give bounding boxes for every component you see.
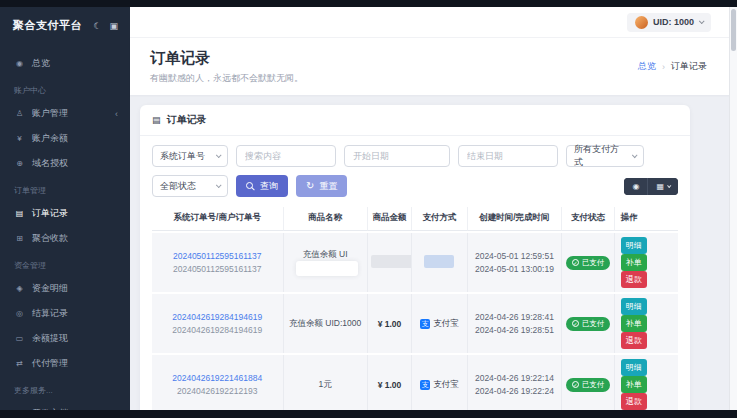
column-header: 商品金额: [368, 207, 413, 231]
redacted-patch: [296, 261, 358, 276]
status-select[interactable]: 全部状态: [152, 175, 228, 197]
sidebar: 聚合支付平台 ☾ ▣ ◉总览账户中心♙账户管理‹¥账户余额⊕域名授权订单管理▤订…: [0, 7, 130, 410]
scrollbar-thumb[interactable]: [731, 9, 736, 51]
sidebar-item-search[interactable]: ◎结算记录: [0, 301, 130, 326]
system-order-link[interactable]: 2024042619221461884: [155, 372, 280, 384]
sidebar-item-user[interactable]: ♙账户管理‹: [0, 101, 130, 126]
payment-method-cell: 支支付宝: [412, 294, 467, 353]
chevron-down-icon: [632, 152, 638, 158]
sidebar-item-label: 结算记录: [32, 307, 68, 320]
toggle-columns-button[interactable]: ◉: [624, 178, 647, 195]
order-table-body: 20240501125951611372024050112595161137充值…: [152, 233, 678, 418]
alipay-icon: 支: [420, 319, 430, 329]
column-header: 商品名称: [284, 207, 368, 231]
window-frame-top: [0, 0, 737, 7]
check-icon: ✓: [572, 381, 579, 388]
reissue-button[interactable]: 补单: [621, 376, 647, 393]
merchant-order-number: 2024042619284194619: [155, 324, 280, 336]
uid-label: UID: 1000: [653, 17, 694, 27]
yen-icon: ¥: [14, 134, 25, 143]
search-icon: [246, 182, 255, 191]
detail-button[interactable]: 明细: [621, 359, 647, 376]
product-name: 充值余额 UI: [303, 249, 348, 259]
globe-icon: ⊕: [14, 159, 25, 168]
breadcrumb-separator: ›: [662, 62, 665, 72]
sidebar-item-globe[interactable]: ⊕域名授权: [0, 151, 130, 176]
sidebar-section-header: 更多服务...: [0, 376, 130, 401]
amount-value: ¥ 1.00: [378, 319, 402, 329]
actions-cell: 明细补单退款: [615, 233, 678, 292]
search-input[interactable]: [236, 145, 336, 167]
column-header: 创建时间/完成时间: [468, 207, 563, 231]
user-menu[interactable]: UID: 1000: [627, 13, 711, 32]
order-field-select[interactable]: 系统订单号: [152, 145, 228, 167]
redacted-patch: [371, 255, 413, 268]
status-cell: ✓已支付: [562, 355, 615, 414]
app-logo: 聚合支付平台: [13, 18, 85, 33]
user-icon: ♙: [14, 109, 25, 118]
merchant-order-number: 2024050112595161137: [155, 263, 280, 275]
refund-button[interactable]: 退款: [621, 332, 647, 349]
chevron-down-icon: [216, 152, 222, 158]
reissue-button[interactable]: 补单: [621, 254, 647, 271]
start-date-input[interactable]: [344, 145, 450, 167]
avatar: [635, 16, 648, 29]
transfer-icon: ⇄: [14, 359, 25, 368]
sidebar-item-label: 账户管理: [32, 107, 68, 120]
column-header: 支付方式: [412, 207, 467, 231]
order-table-wrapper: 系统订单号/商户订单号商品名称商品金额支付方式创建时间/完成时间支付状态操作 2…: [152, 205, 678, 418]
breadcrumb-root[interactable]: 总览: [638, 60, 656, 73]
actions-cell: 明细补单退款: [615, 294, 678, 353]
page-subtitle: 有幽默感的人，永远都不会默默无闻。: [150, 72, 303, 85]
order-numbers-cell: 20240426192841946192024042619284194619: [152, 294, 284, 353]
completed-time: 2024-04-26 19:28:51: [471, 324, 559, 337]
refund-button[interactable]: 退款: [621, 271, 647, 288]
detail-button[interactable]: 明细: [621, 237, 647, 254]
system-order-link[interactable]: 2024042619284194619: [155, 311, 280, 323]
reissue-button[interactable]: 补单: [621, 315, 647, 332]
status-cell: ✓已支付: [562, 294, 615, 353]
sidebar-item-dashboard[interactable]: ◉总览: [0, 51, 130, 76]
shield-icon[interactable]: ▣: [109, 21, 118, 31]
sidebar-item-list[interactable]: ▤订单记录: [0, 201, 130, 226]
check-icon: ✓: [572, 320, 579, 327]
payment-method: 支支付宝: [415, 318, 463, 330]
sidebar-item-pencil[interactable]: ✎开发文档: [0, 401, 130, 410]
end-date-input[interactable]: [458, 145, 558, 167]
sidebar-item-grid[interactable]: ⊞聚合收款: [0, 226, 130, 251]
search-icon: ◎: [14, 309, 25, 318]
sidebar-item-label: 账户余额: [32, 132, 68, 145]
payment-label: 支付宝: [433, 379, 459, 391]
column-header: 支付状态: [562, 207, 615, 231]
diamond-icon: ◈: [14, 284, 25, 293]
eye-icon: ◉: [632, 182, 639, 191]
sidebar-item-card[interactable]: ▭余额提现: [0, 326, 130, 351]
table-layout-button[interactable]: ▦: [647, 178, 678, 195]
chevron-down-icon: [699, 18, 705, 24]
amount-cell: ¥ 1.00: [368, 294, 413, 353]
reset-button[interactable]: ↻ 重置: [296, 175, 347, 197]
payment-method-cell: [412, 233, 467, 292]
system-order-link[interactable]: 2024050112595161137: [155, 250, 280, 262]
moon-icon[interactable]: ☾: [93, 21, 101, 31]
table-row: 20240426192841946192024042619284194619充值…: [152, 294, 678, 353]
payment-method-select[interactable]: 所有支付方式: [566, 145, 644, 167]
sidebar-section-header: 账户中心: [0, 76, 130, 101]
sidebar-item-diamond[interactable]: ◈资金明细: [0, 276, 130, 301]
detail-button[interactable]: 明细: [621, 298, 647, 315]
content: ▤ 订单记录 系统订单号 所有支付方式 全部状态: [130, 95, 737, 418]
alipay-icon: 支: [420, 380, 430, 390]
query-button[interactable]: 查询: [236, 175, 288, 197]
table-row: 20240501125951611372024050112595161137充值…: [152, 233, 678, 292]
chevron-down-icon: [216, 182, 222, 188]
order-numbers-cell: 202404261922146188420240426192212193: [152, 355, 284, 414]
amount-cell: [368, 233, 413, 292]
sidebar-item-label: 余额提现: [32, 332, 68, 345]
status-label: 已支付: [582, 380, 605, 390]
sidebar-item-transfer[interactable]: ⇄代付管理: [0, 351, 130, 376]
refund-button[interactable]: 退款: [621, 393, 647, 410]
sidebar-item-yen[interactable]: ¥账户余额: [0, 126, 130, 151]
completed-time: 2024-05-01 13:00:19: [471, 263, 559, 276]
refresh-icon: ↻: [306, 181, 314, 191]
product-name: 充值余额 UID:1000: [289, 318, 361, 328]
